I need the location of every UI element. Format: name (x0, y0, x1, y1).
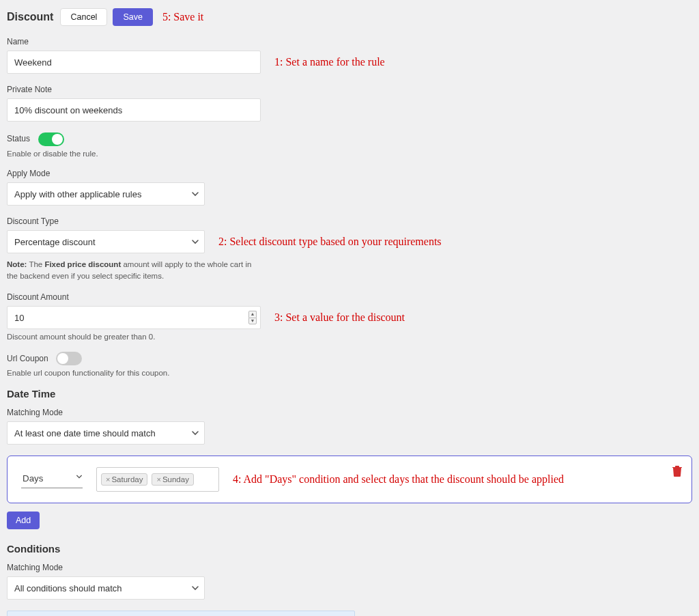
remove-tag-icon[interactable]: × (156, 475, 160, 484)
delete-rule-button[interactable] (672, 466, 682, 477)
url-coupon-help: Enable url coupon functionality for this… (7, 369, 692, 377)
note-before: The (27, 260, 44, 268)
private-note-label: Private Note (7, 85, 692, 94)
apply-mode-select[interactable] (7, 182, 205, 206)
annotation-5: 5: Save it (162, 11, 203, 23)
days-tag-input[interactable]: ×Saturday ×Sunday (96, 467, 219, 492)
private-note-input[interactable] (7, 98, 261, 122)
cond-match-label: Matching Mode (7, 563, 692, 572)
name-input[interactable] (7, 51, 261, 74)
url-coupon-toggle[interactable] (56, 352, 82, 365)
url-coupon-label: Url Coupon (7, 354, 48, 363)
conditions-heading: Conditions (7, 543, 692, 555)
cond-match-select[interactable] (7, 576, 205, 600)
save-button[interactable]: Save (113, 8, 153, 26)
tag-sunday[interactable]: ×Sunday (152, 473, 193, 486)
status-label: Status (7, 134, 30, 143)
name-label: Name (7, 37, 692, 46)
stepper-up[interactable]: ▲ (248, 311, 257, 318)
note-bold: Fixed price discount (44, 260, 121, 268)
tag-saturday[interactable]: ×Saturday (101, 473, 147, 486)
annotation-2: 2: Select discount type based on your re… (218, 236, 442, 248)
discount-type-select[interactable] (7, 230, 205, 253)
note-prefix: Note: (7, 260, 27, 268)
add-datetime-button[interactable]: Add (7, 512, 40, 529)
stepper-down[interactable]: ▼ (248, 318, 257, 324)
dt-match-label: Matching Mode (7, 408, 692, 417)
rule-type-select[interactable] (21, 471, 83, 488)
status-toggle[interactable] (38, 132, 64, 146)
apply-mode-label: Apply Mode (7, 169, 692, 178)
datetime-heading: Date Time (7, 388, 692, 400)
discount-amount-input[interactable] (7, 306, 261, 329)
dt-match-select[interactable] (7, 421, 205, 445)
annotation-4: 4: Add "Days" condition and select days … (233, 473, 564, 486)
cancel-button[interactable]: Cancel (60, 8, 107, 26)
discount-amount-help: Discount amount should be greater than 0… (7, 333, 692, 341)
status-help: Enable or disable the rule. (7, 150, 692, 158)
annotation-1: 1: Set a name for the rule (274, 56, 385, 68)
conditions-info: Info! There is not any condition. (7, 611, 355, 616)
discount-amount-label: Discount Amount (7, 292, 692, 302)
discount-type-label: Discount Type (7, 216, 692, 226)
datetime-rule-row: ×Saturday ×Sunday 4: Add "Days" conditio… (7, 456, 692, 503)
page-title: Discount (7, 11, 53, 23)
remove-tag-icon[interactable]: × (106, 475, 110, 484)
annotation-3: 3: Set a value for the discount (274, 311, 405, 324)
